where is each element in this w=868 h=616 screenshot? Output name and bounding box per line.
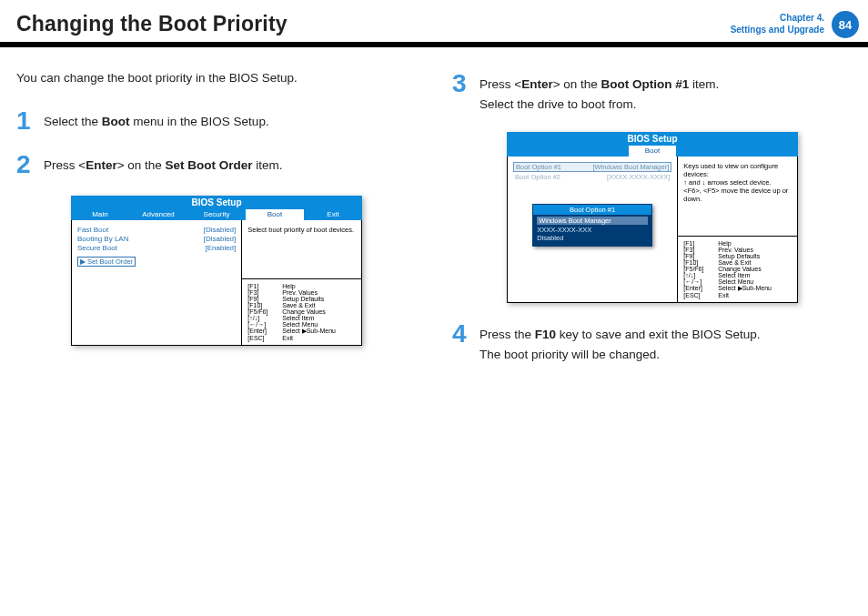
step-body: Press the F10 key to save and exit the B… <box>479 321 760 364</box>
step-number: 2 <box>16 152 35 177</box>
page-header: Changing the Boot Priority Chapter 4. Se… <box>0 0 868 47</box>
popup-option[interactable]: Disabled <box>537 234 648 242</box>
boot-option-2-row[interactable]: Boot Option #2[XXXX-XXXX-XXXX] <box>513 173 671 181</box>
bios-tabs: Boot <box>507 146 798 157</box>
right-column: 3 Press <Enter> on the Boot Option #1 it… <box>452 71 852 382</box>
step-4-line2: The boot priority will be changed. <box>479 345 760 365</box>
bios-row-secureboot[interactable]: Secure Boot[Enabled] <box>77 244 236 252</box>
step-4: 4 Press the F10 key to save and exit the… <box>452 321 852 364</box>
step-body: Press <Enter> on the Set Boot Order item… <box>44 152 283 177</box>
chapter-label: Chapter 4. Settings and Upgrade <box>731 9 832 38</box>
tab-boot[interactable]: Boot <box>246 209 304 220</box>
bios-key-legend: [F1]Help [F3]Prev. Values [F9]Setup Defa… <box>678 237 797 302</box>
bios-left-panel: Boot Option #1[Windows Boot Manager] Boo… <box>508 157 678 302</box>
step-3: 3 Press <Enter> on the Boot Option #1 it… <box>452 71 852 114</box>
tab-exit[interactable]: Exit <box>304 209 362 220</box>
bios-body: Fast Boot[Disabled] Booting By LAN[Disab… <box>71 220 362 346</box>
bios-help-text: Select boot priority of boot devices. <box>242 220 361 279</box>
step-1: 1 Select the Boot menu in the BIOS Setup… <box>16 108 416 134</box>
step-2: 2 Press <Enter> on the Set Boot Order it… <box>16 152 416 177</box>
popup-option[interactable]: XXXX-XXXX-XXX <box>537 226 648 234</box>
step-body: Select the Boot menu in the BIOS Setup. <box>44 108 269 134</box>
content: You can change the boot priority in the … <box>0 51 868 382</box>
boot-option-popup: Boot Option #1 Windows Boot Manager XXXX… <box>532 204 652 247</box>
bios-row-fastboot[interactable]: Fast Boot[Disabled] <box>77 226 236 234</box>
set-boot-order-item[interactable]: ▶ Set Boot Order <box>77 257 136 267</box>
tab-security[interactable]: Security <box>187 209 246 220</box>
bios-key-legend: [F1]Help [F3]Prev. Values [F9]Setup Defa… <box>242 279 361 345</box>
chapter-line2: Settings and Upgrade <box>731 25 824 35</box>
bios-screenshot-2: BIOS Setup Boot Boot Option #1[Windows B… <box>507 132 798 303</box>
bios-tabs: Main Advanced Security Boot Exit <box>71 209 362 220</box>
popup-body: Windows Boot Manager XXXX-XXXX-XXX Disab… <box>533 215 651 246</box>
bios-right-panel: Keys used to view on configure devices: … <box>678 157 797 302</box>
step-body: Press <Enter> on the Boot Option #1 item… <box>479 71 719 114</box>
intro-text: You can change the boot priority in the … <box>16 71 416 85</box>
bios-body: Boot Option #1[Windows Boot Manager] Boo… <box>507 157 798 303</box>
boot-option-1-row[interactable]: Boot Option #1[Windows Boot Manager] <box>513 162 671 172</box>
tab-advanced[interactable]: Advanced <box>129 209 187 220</box>
tab-main[interactable]: Main <box>71 209 129 220</box>
bios-row-lanboot[interactable]: Booting By LAN[Disabled] <box>77 235 236 243</box>
step-number: 1 <box>16 108 35 134</box>
bios-screenshot-1: BIOS Setup Main Advanced Security Boot E… <box>71 196 362 346</box>
chapter-box: Chapter 4. Settings and Upgrade 84 <box>731 9 868 38</box>
popup-title: Boot Option #1 <box>533 205 651 215</box>
tab-boot[interactable]: Boot <box>629 146 676 157</box>
step-number: 3 <box>452 71 470 114</box>
left-column: You can change the boot priority in the … <box>16 71 416 382</box>
bios-right-panel: Select boot priority of boot devices. [F… <box>242 220 361 345</box>
chapter-line1: Chapter 4. <box>780 13 824 23</box>
bios-help-text: Keys used to view on configure devices: … <box>678 157 797 237</box>
step-3-line2: Select the drive to boot from. <box>479 95 719 115</box>
page-title: Changing the Boot Priority <box>16 12 288 36</box>
popup-option-selected[interactable]: Windows Boot Manager <box>537 217 648 225</box>
step-number: 4 <box>452 321 470 364</box>
bios-left-panel: Fast Boot[Disabled] Booting By LAN[Disab… <box>72 220 242 345</box>
bios-title: BIOS Setup <box>71 196 362 209</box>
page-number-badge: 84 <box>832 11 859 38</box>
bios-title: BIOS Setup <box>507 132 798 146</box>
